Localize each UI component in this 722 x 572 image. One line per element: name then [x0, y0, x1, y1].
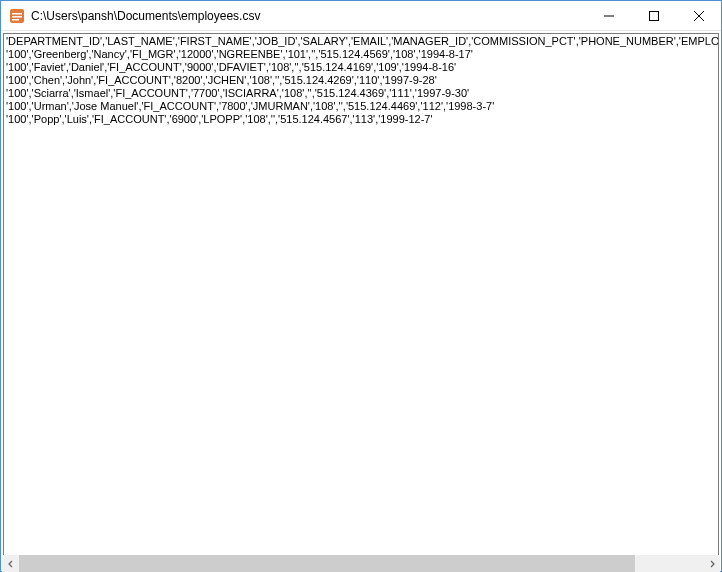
- text-line: '100','Popp','Luis','FI_ACCOUNT','6900',…: [6, 113, 716, 126]
- scroll-right-arrow[interactable]: [703, 555, 720, 572]
- file-content: 'DEPARTMENT_ID','LAST_NAME','FIRST_NAME'…: [4, 34, 718, 127]
- svg-rect-1: [12, 13, 22, 15]
- window-controls: [586, 1, 721, 30]
- titlebar: C:\Users\pansh\Documents\employees.csv: [1, 1, 721, 31]
- text-line: '100','Sciarra','Ismael','FI_ACCOUNT','7…: [6, 87, 716, 100]
- text-line: '100','Faviet','Daniel','FI_ACCOUNT','90…: [6, 61, 716, 74]
- text-line: '100','Urman','Jose Manuel','FI_ACCOUNT'…: [6, 100, 716, 113]
- svg-rect-3: [12, 19, 19, 21]
- horizontal-scrollbar[interactable]: [2, 555, 720, 572]
- close-button[interactable]: [676, 1, 721, 30]
- scroll-left-arrow[interactable]: [2, 555, 19, 572]
- svg-rect-2: [12, 16, 22, 18]
- svg-rect-5: [649, 11, 658, 20]
- scroll-thumb[interactable]: [19, 555, 635, 572]
- text-viewer[interactable]: 'DEPARTMENT_ID','LAST_NAME','FIRST_NAME'…: [3, 33, 719, 556]
- window-title: C:\Users\pansh\Documents\employees.csv: [31, 9, 586, 23]
- scroll-track[interactable]: [19, 555, 703, 572]
- app-icon: [9, 8, 25, 24]
- maximize-button[interactable]: [631, 1, 676, 30]
- text-line: '100','Chen','John','FI_ACCOUNT','8200',…: [6, 74, 716, 87]
- text-line: '100','Greenberg','Nancy','FI_MGR','1200…: [6, 48, 716, 61]
- minimize-button[interactable]: [586, 1, 631, 30]
- text-line: 'DEPARTMENT_ID','LAST_NAME','FIRST_NAME'…: [6, 35, 716, 48]
